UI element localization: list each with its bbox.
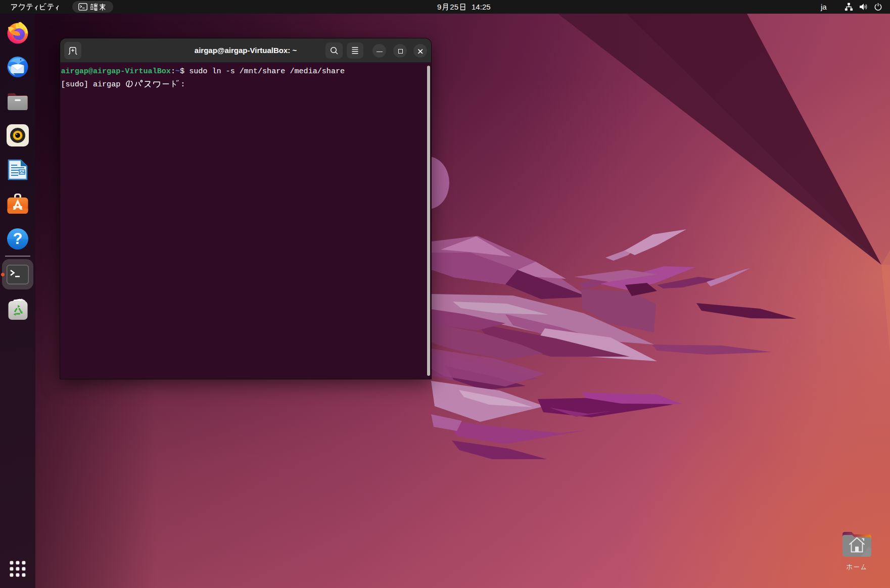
svg-text:?: ? bbox=[13, 230, 23, 248]
